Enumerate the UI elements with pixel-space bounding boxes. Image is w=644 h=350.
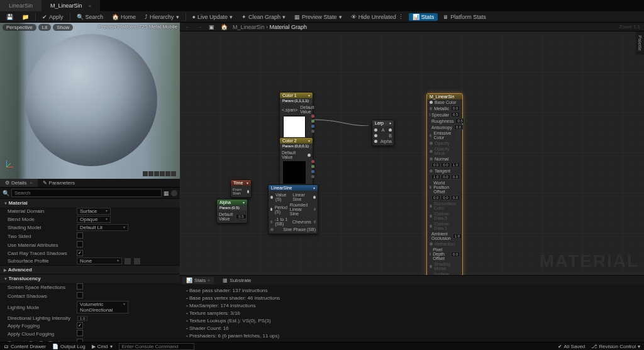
stats-panel-tab[interactable]: 📊 Stats× bbox=[182, 277, 214, 284]
home-graph-icon[interactable]: 🏠 bbox=[219, 24, 229, 30]
cast-ray-chk[interactable] bbox=[77, 250, 83, 256]
clean-graph-button[interactable]: ✦ Clean Graph ▾ bbox=[238, 13, 289, 21]
status-bar: 🗂 Content Drawer 📄 Output Log ▶ Cmd ▾ ✔ … bbox=[0, 342, 644, 350]
node-output[interactable]: M_LinearSin Base Color Metallic0.0 Specu… bbox=[426, 93, 463, 275]
shading-model-dd[interactable]: Default Lit bbox=[77, 224, 128, 231]
preview-platform-text: Preview Platform: 725 Metal Mobile bbox=[98, 24, 177, 30]
search-icon: 🔍 bbox=[3, 190, 9, 196]
preview-sphere bbox=[25, 34, 157, 166]
stats-button[interactable]: 📊 Stats bbox=[409, 13, 438, 21]
cat-material[interactable]: Material bbox=[0, 198, 180, 207]
cat-translucency[interactable]: Translucency bbox=[0, 274, 180, 283]
cmd-button[interactable]: ▶ Cmd ▾ bbox=[92, 344, 113, 349]
live-update-button[interactable]: ● Live Update ▾ bbox=[189, 13, 236, 21]
node-linearsine[interactable]: LinearSine▾ Value (S)Linear Sine Period … bbox=[268, 184, 318, 234]
preview-viewport[interactable]: Perspective Lit Show Preview Platform: 7… bbox=[0, 23, 180, 179]
color1-swatch[interactable] bbox=[283, 116, 306, 138]
axis-gizmo[interactable] bbox=[4, 159, 15, 170]
search-button[interactable]: 🔍 Search bbox=[73, 13, 108, 21]
node-color1[interactable]: Color 1▾ Param (1,1,1,1) <,span>Default … bbox=[279, 92, 313, 142]
hide-unrelated-button[interactable]: 👁 Hide Unrelated ⋮ bbox=[347, 13, 408, 21]
use-matattr-chk[interactable] bbox=[77, 241, 83, 247]
tab-m-linearsin[interactable]: M_LinearSin× bbox=[42, 0, 100, 11]
node-color2[interactable]: Color 2▾ Param (0,0,0,1) Default Value bbox=[279, 137, 313, 187]
subsurf-dd[interactable]: None bbox=[77, 257, 122, 264]
settings-icon[interactable] bbox=[171, 190, 177, 196]
output-log-button[interactable]: 📄 Output Log bbox=[52, 344, 86, 349]
all-saved-label[interactable]: ✔ All Saved bbox=[558, 344, 586, 349]
hierarchy-button[interactable]: ⤴ Hierarchy ▾ bbox=[141, 13, 183, 21]
node-time[interactable]: Time▾ From Start bbox=[230, 179, 252, 198]
tab-linearsin[interactable]: LinearSin bbox=[0, 0, 42, 11]
console-input[interactable] bbox=[119, 343, 194, 350]
revision-control-button[interactable]: ⎇ Revision Control ▾ bbox=[591, 344, 640, 349]
content-drawer-button[interactable]: 🗂 Content Drawer bbox=[4, 344, 46, 349]
save-button[interactable]: 💾 bbox=[3, 13, 17, 21]
nav-fwd-icon: → bbox=[196, 24, 204, 30]
home-button[interactable]: 🏠 Home bbox=[108, 13, 140, 21]
lit-pill[interactable]: Lit bbox=[38, 24, 51, 31]
show-pill[interactable]: Show bbox=[53, 24, 73, 31]
graph-tree-icon[interactable]: ▣ bbox=[208, 24, 216, 30]
palette-tab[interactable]: Palette bbox=[636, 31, 644, 55]
details-tab[interactable]: ⚙ Details× bbox=[0, 179, 38, 187]
details-search-input[interactable] bbox=[11, 189, 162, 197]
stats-body: Base pass shader: 137 instructions Base … bbox=[180, 285, 644, 342]
perspective-pill[interactable]: Perspective bbox=[3, 24, 36, 31]
watermark: MATERIAL bbox=[539, 251, 639, 271]
nav-back-icon[interactable]: ← bbox=[184, 24, 192, 30]
material-domain-dd[interactable]: Surface bbox=[77, 208, 111, 215]
node-lerp[interactable]: Lerp▾ A B Alpha bbox=[372, 120, 394, 146]
platform-stats-button[interactable]: 🖥 Platform Stats bbox=[439, 13, 490, 21]
material-graph[interactable]: Color 1▾ Param (1,1,1,1) <,span>Default … bbox=[180, 31, 644, 275]
color2-swatch[interactable] bbox=[283, 161, 306, 184]
preview-shape-icons[interactable] bbox=[143, 171, 176, 176]
preview-state-button[interactable]: ▦ Preview State ▾ bbox=[291, 13, 346, 21]
apply-button[interactable]: ✔ Apply bbox=[38, 13, 67, 21]
filter-icon[interactable]: ▦ bbox=[164, 190, 169, 196]
close-tab-icon[interactable]: × bbox=[89, 3, 92, 9]
substrate-panel-tab[interactable]: ▦ Substrate bbox=[219, 277, 255, 284]
parameters-tab[interactable]: ✎ Parameters bbox=[38, 179, 80, 187]
node-alpha[interactable]: Alpha▾ Param (0.5) Default Value0.5 bbox=[216, 199, 248, 223]
toolbar: 💾 📁 ✔ Apply 🔍 Search 🏠 Home ⤴ Hierarchy … bbox=[0, 11, 644, 23]
blend-mode-dd[interactable]: Opaque bbox=[77, 216, 111, 223]
svg-line-2 bbox=[7, 163, 11, 167]
browse-button[interactable]: 📁 bbox=[18, 13, 33, 21]
lighting-mode-dd[interactable]: Volumetric NonDirectional bbox=[77, 301, 128, 313]
details-panel[interactable]: Material Material DomainSurface Blend Mo… bbox=[0, 198, 180, 342]
zoom-label: Zoom 1:1 bbox=[619, 24, 640, 30]
two-sided-chk[interactable] bbox=[77, 232, 83, 239]
cat-advanced[interactable]: Advanced bbox=[0, 265, 180, 274]
breadcrumb[interactable]: M_LinearSin › Material Graph bbox=[233, 24, 307, 30]
